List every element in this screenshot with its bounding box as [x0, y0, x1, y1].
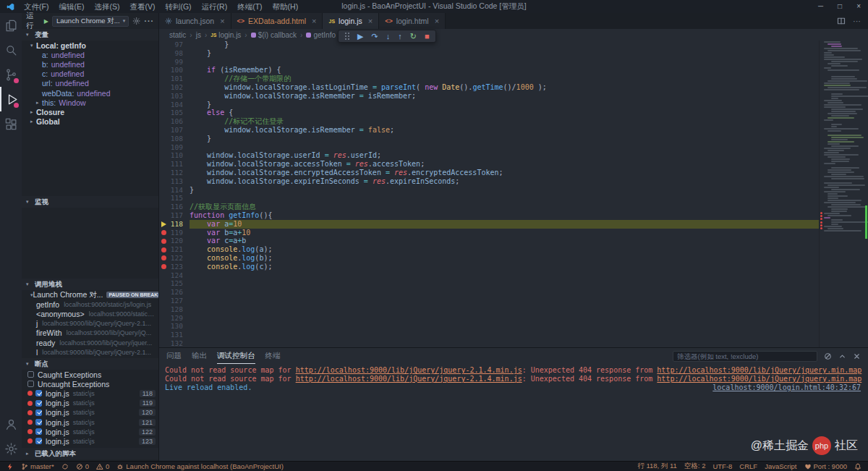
code-line[interactable]: 127 [159, 297, 819, 305]
code-line[interactable]: 120 var c=a+b [159, 237, 819, 245]
source-control-button[interactable] [0, 62, 22, 87]
line-gutter[interactable]: 122 [159, 254, 190, 263]
exception-breakpoint-row[interactable]: Caught Exceptions [22, 370, 158, 379]
step-out-icon[interactable]: ↑ [398, 30, 402, 42]
breadcrumb-item[interactable]: JSlogin.js [210, 31, 241, 39]
callstack-header[interactable]: ▾调用堆栈 [22, 279, 158, 290]
breakpoint-slot[interactable] [159, 239, 169, 244]
code-line[interactable]: 129 [159, 314, 819, 323]
breakpoint-slot[interactable] [159, 255, 169, 260]
line-gutter[interactable]: 132 [159, 339, 190, 347]
tab-launch.json[interactable]: launch.json× [159, 13, 231, 29]
line-gutter[interactable]: 114 [159, 186, 190, 195]
breakpoint-slot[interactable] [159, 230, 169, 235]
panel-tab-调试控制台[interactable]: 调试控制台 [217, 348, 255, 364]
checkbox[interactable] [35, 400, 42, 407]
code-line[interactable]: 115 [159, 194, 819, 203]
code-line[interactable]: 97 } [159, 41, 819, 49]
continue-icon[interactable]: ▶ [357, 30, 363, 42]
checkbox[interactable] [27, 371, 34, 378]
minimize-button[interactable]: ─ [811, 0, 830, 13]
explorer-button[interactable] [0, 13, 22, 38]
cursor-position[interactable]: 行 118, 列 11 [634, 462, 681, 471]
menu-item[interactable]: 查看(V) [124, 0, 160, 13]
tab-login.html[interactable]: <>login.html× [379, 13, 446, 29]
stack-frame-row[interactable]: jlocalhost:9000/lib/jQuery/jQuery-2.1... [22, 319, 158, 328]
line-gutter[interactable]: 112 [159, 169, 190, 177]
start-debug-icon[interactable]: ▶ [44, 18, 48, 25]
tab-login.js[interactable]: JSlogin.js× [323, 13, 379, 29]
variable-row[interactable]: webData:undefined [22, 88, 158, 98]
code-line[interactable]: 105 else { [159, 109, 819, 117]
breadcrumb-item[interactable]: js [196, 31, 201, 39]
breakpoint-row[interactable]: login.jsstatic\js118 [22, 389, 158, 398]
extensions-button[interactable] [0, 111, 22, 136]
close-icon[interactable]: × [435, 17, 439, 25]
breakpoint-row[interactable]: login.jsstatic\js122 [22, 427, 158, 436]
line-gutter[interactable]: 109 [159, 143, 190, 152]
stack-frame-row[interactable]: fireWithlocalhost:9000/lib/jQuery/jQ... [22, 328, 158, 338]
line-gutter[interactable]: 121 [159, 245, 190, 254]
debug-status[interactable]: Launch Chrome against localhost (BaoAnPr… [113, 462, 287, 470]
variable-row[interactable]: ▸this:Window [22, 98, 158, 107]
warnings[interactable]: 0 [93, 462, 113, 470]
code-line[interactable]: 106 //标记不记住登录 [159, 117, 819, 126]
menu-item[interactable]: 编辑(E) [54, 0, 89, 13]
line-gutter[interactable]: 117 [159, 211, 190, 220]
menu-item[interactable]: 选择(S) [89, 0, 124, 13]
code-line[interactable]: 98 } [159, 49, 819, 58]
checkbox[interactable] [35, 438, 42, 444]
code-line[interactable]: 119 var b=a+10 [159, 229, 819, 237]
variables-header[interactable]: ▾变量 [22, 29, 158, 41]
line-gutter[interactable]: 104 [159, 101, 190, 109]
variable-row[interactable]: a:undefined [22, 50, 158, 59]
stack-frame-row[interactable]: readylocalhost:9000/lib/jQuery/jquer... [22, 338, 158, 347]
search-button[interactable] [0, 38, 22, 62]
maximize-button[interactable]: □ [830, 0, 849, 13]
current-line-arrow-icon[interactable] [159, 221, 169, 227]
code-line[interactable]: 132 [159, 339, 819, 347]
panel-tab-终端[interactable]: 终端 [265, 348, 281, 364]
launch-config-select[interactable]: Launch Chrome 对... ▾ [52, 16, 129, 27]
breakpoint-row[interactable]: login.jsstatic\js121 [22, 417, 158, 427]
watch-header[interactable]: ▾监视 [22, 196, 158, 208]
drag-handle[interactable] [344, 32, 349, 41]
gear-icon[interactable] [132, 17, 140, 25]
panel-tab-问题[interactable]: 问题 [166, 348, 182, 364]
console-link[interactable]: http://localhost:9000/lib/jQuery/jquery.… [657, 375, 861, 383]
line-gutter[interactable]: 106 [159, 117, 190, 126]
variable-scope-row[interactable]: ▸Closure [22, 107, 158, 116]
more-actions-icon[interactable]: ··· [145, 17, 155, 25]
console-filter-input[interactable] [673, 351, 817, 362]
code-line[interactable]: 111 window.localStorage.accessToken = re… [159, 160, 819, 169]
code-line[interactable]: 107 window.localStorage.isRemember = fal… [159, 126, 819, 135]
line-gutter[interactable]: 124 [159, 271, 190, 280]
menu-item[interactable]: 运行(R) [197, 0, 233, 13]
line-gutter[interactable]: 130 [159, 322, 190, 331]
tab-EXData-add.html[interactable]: <>EXData-add.html× [231, 13, 323, 29]
code-line[interactable]: 110 window.localStorage.userId = res.use… [159, 151, 819, 160]
breadcrumb-item[interactable]: getInfo [306, 31, 336, 39]
code-line[interactable]: 124 [159, 271, 819, 280]
line-gutter[interactable]: 103 [159, 92, 190, 101]
breakpoint-slot[interactable] [159, 247, 169, 253]
code-line[interactable]: 126 [159, 288, 819, 297]
sync-button[interactable] [58, 463, 72, 470]
language-mode[interactable]: JavaScript [761, 462, 800, 470]
git-branch[interactable]: master* [17, 462, 58, 470]
breadcrumb-item[interactable]: $(i) callback [251, 31, 297, 39]
line-gutter[interactable]: 105 [159, 109, 190, 117]
step-into-icon[interactable]: ↓ [386, 30, 391, 42]
line-gutter[interactable]: 108 [159, 135, 190, 143]
breakpoints-header[interactable]: ▾断点 [22, 358, 158, 370]
line-gutter[interactable]: 100 [159, 66, 190, 75]
close-icon[interactable]: × [312, 17, 316, 25]
loaded-scripts-header[interactable]: ▸已载入的脚本 [22, 448, 158, 459]
code-line[interactable]: 114} [159, 186, 819, 195]
code-line[interactable]: 108 } [159, 135, 819, 143]
console-link[interactable]: http://localhost:9000/lib/jQuery/jquery-… [296, 366, 522, 374]
code-line[interactable]: 102 window.localStorage.lastLoginTime = … [159, 83, 819, 92]
console-link[interactable]: http://localhost:9000/lib/jQuery/jquery-… [296, 375, 522, 383]
close-button[interactable]: × [849, 0, 868, 13]
clear-console-icon[interactable] [824, 352, 832, 360]
